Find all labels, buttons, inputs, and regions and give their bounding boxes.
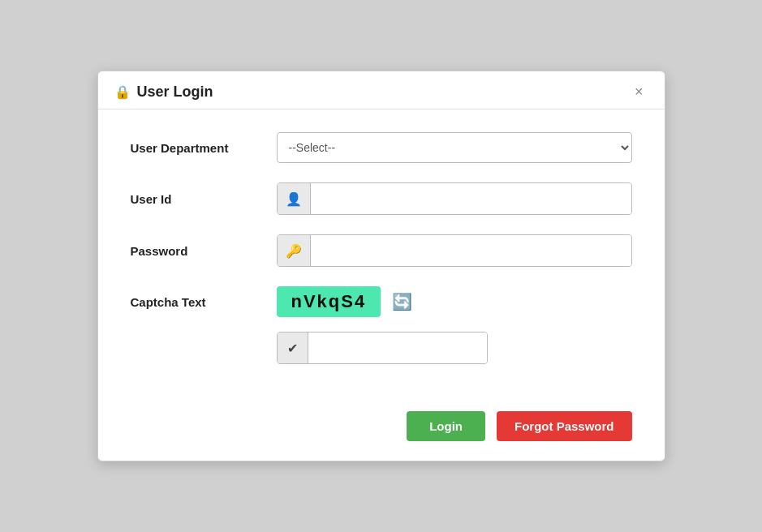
department-select[interactable]: --Select--	[277, 132, 632, 163]
captcha-input-wrap: ✔	[277, 332, 488, 364]
userid-input-wrap: 👤	[277, 182, 632, 215]
captcha-wrap: nVkqS4 🔄	[277, 286, 416, 317]
captcha-input-row: ✔	[131, 332, 632, 364]
captcha-refresh-button[interactable]: 🔄	[389, 290, 415, 313]
department-control: --Select--	[277, 132, 632, 163]
dialog-body: User Department --Select-- User Id 👤 Pas…	[98, 109, 665, 403]
password-input-wrap: 🔑	[277, 234, 632, 267]
department-row: User Department --Select--	[131, 132, 632, 163]
password-input[interactable]	[311, 235, 631, 266]
password-label: Password	[131, 244, 277, 258]
dialog-title-text: User Login	[137, 84, 213, 101]
captcha-text: nVkqS4	[277, 286, 381, 317]
userid-control: 👤	[277, 182, 632, 215]
lock-icon: 🔒	[114, 84, 131, 100]
password-row: Password 🔑	[131, 234, 632, 267]
department-label: User Department	[131, 141, 277, 155]
captcha-check-button[interactable]: ✔	[278, 332, 308, 363]
captcha-label: Captcha Text	[131, 295, 277, 309]
login-dialog: 🔒 User Login × User Department --Select-…	[97, 71, 665, 461]
userid-label: User Id	[131, 192, 277, 206]
key-icon: 🔑	[278, 235, 311, 266]
dialog-title: 🔒 User Login	[114, 84, 213, 101]
user-icon: 👤	[278, 183, 311, 214]
userid-row: User Id 👤	[131, 182, 632, 215]
userid-input[interactable]	[311, 183, 631, 214]
forgot-password-button[interactable]: Forgot Password	[497, 411, 632, 441]
dialog-header: 🔒 User Login ×	[98, 71, 665, 109]
login-button[interactable]: Login	[407, 411, 485, 441]
captcha-display-row: Captcha Text nVkqS4 🔄	[131, 286, 632, 317]
captcha-input[interactable]	[308, 332, 487, 363]
close-button[interactable]: ×	[630, 83, 648, 101]
password-control: 🔑	[277, 234, 632, 267]
dialog-footer: Login Forgot Password	[98, 403, 665, 461]
